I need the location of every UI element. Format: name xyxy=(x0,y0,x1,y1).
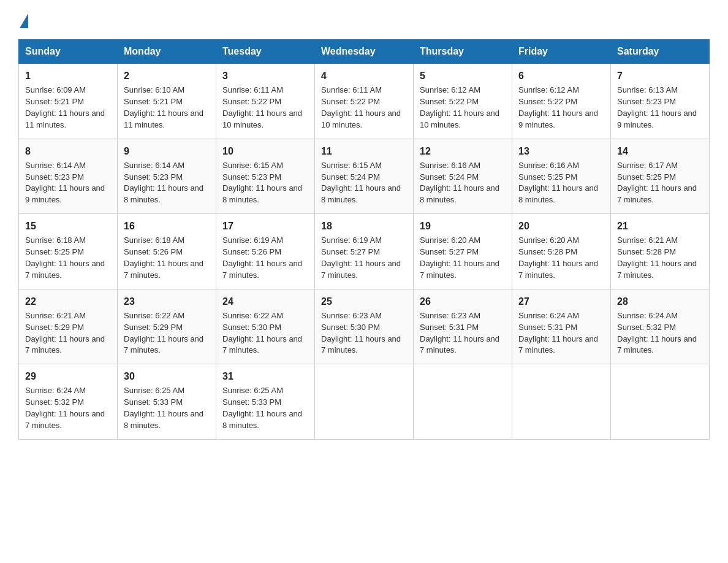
day-number: 19 xyxy=(420,219,506,233)
page-header xyxy=(18,12,710,28)
daylight-text: Daylight: 11 hours and 9 minutes. xyxy=(518,109,598,129)
day-number: 30 xyxy=(124,369,210,383)
day-number: 27 xyxy=(518,294,604,308)
sunset-text: Sunset: 5:22 PM xyxy=(222,97,281,106)
calendar-cell: 20Sunrise: 6:20 AMSunset: 5:28 PMDayligh… xyxy=(512,214,611,289)
calendar-cell: 15Sunrise: 6:18 AMSunset: 5:25 PMDayligh… xyxy=(19,214,118,289)
day-number: 3 xyxy=(222,69,308,83)
calendar-cell: 21Sunrise: 6:21 AMSunset: 5:28 PMDayligh… xyxy=(611,214,710,289)
day-number: 28 xyxy=(617,294,703,308)
calendar-cell: 5Sunrise: 6:12 AMSunset: 5:22 PMDaylight… xyxy=(414,64,512,139)
day-number: 5 xyxy=(420,69,506,83)
day-number: 18 xyxy=(321,219,407,233)
daylight-text: Daylight: 11 hours and 7 minutes. xyxy=(518,259,598,280)
sunrise-text: Sunrise: 6:20 AM xyxy=(420,236,480,245)
day-number: 20 xyxy=(518,219,604,233)
calendar-cell: 23Sunrise: 6:22 AMSunset: 5:29 PMDayligh… xyxy=(118,289,216,364)
daylight-text: Daylight: 11 hours and 7 minutes. xyxy=(518,334,598,355)
sunset-text: Sunset: 5:23 PM xyxy=(222,172,281,182)
day-number: 13 xyxy=(518,144,604,158)
sunrise-text: Sunrise: 6:15 AM xyxy=(321,161,382,170)
calendar-cell: 19Sunrise: 6:20 AMSunset: 5:27 PMDayligh… xyxy=(414,214,512,289)
sunset-text: Sunset: 5:22 PM xyxy=(321,97,380,106)
weekday-header-thursday: Thursday xyxy=(414,40,512,64)
week-row-5: 29Sunrise: 6:24 AMSunset: 5:32 PMDayligh… xyxy=(19,364,710,440)
calendar-cell: 30Sunrise: 6:25 AMSunset: 5:33 PMDayligh… xyxy=(118,364,216,440)
daylight-text: Daylight: 11 hours and 7 minutes. xyxy=(617,259,697,280)
calendar-cell: 29Sunrise: 6:24 AMSunset: 5:32 PMDayligh… xyxy=(19,364,118,440)
daylight-text: Daylight: 11 hours and 8 minutes. xyxy=(222,183,302,204)
day-number: 29 xyxy=(25,369,111,383)
calendar-cell: 28Sunrise: 6:24 AMSunset: 5:32 PMDayligh… xyxy=(611,289,710,364)
sunrise-text: Sunrise: 6:14 AM xyxy=(124,161,184,170)
day-number: 7 xyxy=(617,69,703,83)
daylight-text: Daylight: 11 hours and 7 minutes. xyxy=(25,409,105,430)
sunrise-text: Sunrise: 6:24 AM xyxy=(25,386,86,395)
daylight-text: Daylight: 11 hours and 7 minutes. xyxy=(420,259,499,280)
day-number: 21 xyxy=(617,219,703,233)
sunrise-text: Sunrise: 6:23 AM xyxy=(420,311,480,320)
calendar-cell: 26Sunrise: 6:23 AMSunset: 5:31 PMDayligh… xyxy=(414,289,512,364)
sunrise-text: Sunrise: 6:13 AM xyxy=(617,85,678,94)
day-number: 4 xyxy=(321,69,407,83)
calendar-cell: 11Sunrise: 6:15 AMSunset: 5:24 PMDayligh… xyxy=(315,139,414,214)
daylight-text: Daylight: 11 hours and 7 minutes. xyxy=(222,334,302,355)
daylight-text: Daylight: 11 hours and 9 minutes. xyxy=(617,109,697,129)
daylight-text: Daylight: 11 hours and 7 minutes. xyxy=(124,334,203,355)
sunrise-text: Sunrise: 6:23 AM xyxy=(321,311,382,320)
sunset-text: Sunset: 5:23 PM xyxy=(617,97,676,106)
calendar-cell: 22Sunrise: 6:21 AMSunset: 5:29 PMDayligh… xyxy=(19,289,118,364)
week-row-2: 8Sunrise: 6:14 AMSunset: 5:23 PMDaylight… xyxy=(19,139,710,214)
day-number: 8 xyxy=(25,144,111,158)
sunset-text: Sunset: 5:23 PM xyxy=(25,172,84,182)
day-number: 6 xyxy=(518,69,604,83)
sunrise-text: Sunrise: 6:16 AM xyxy=(518,161,579,170)
week-row-4: 22Sunrise: 6:21 AMSunset: 5:29 PMDayligh… xyxy=(19,289,710,364)
calendar-cell: 8Sunrise: 6:14 AMSunset: 5:23 PMDaylight… xyxy=(19,139,118,214)
weekday-header-monday: Monday xyxy=(118,40,216,64)
calendar-cell: 17Sunrise: 6:19 AMSunset: 5:26 PMDayligh… xyxy=(216,214,315,289)
daylight-text: Daylight: 11 hours and 8 minutes. xyxy=(321,183,401,204)
sunrise-text: Sunrise: 6:19 AM xyxy=(321,236,382,245)
sunset-text: Sunset: 5:27 PM xyxy=(420,247,479,256)
day-number: 26 xyxy=(420,294,506,308)
sunset-text: Sunset: 5:31 PM xyxy=(518,323,577,332)
calendar-cell: 31Sunrise: 6:25 AMSunset: 5:33 PMDayligh… xyxy=(216,364,315,440)
sunrise-text: Sunrise: 6:22 AM xyxy=(222,311,283,320)
daylight-text: Daylight: 11 hours and 7 minutes. xyxy=(321,334,401,355)
calendar-cell xyxy=(315,364,414,440)
sunset-text: Sunset: 5:30 PM xyxy=(222,323,281,332)
day-number: 1 xyxy=(25,69,111,83)
sunset-text: Sunset: 5:33 PM xyxy=(124,397,183,407)
day-number: 22 xyxy=(25,294,111,308)
week-row-3: 15Sunrise: 6:18 AMSunset: 5:25 PMDayligh… xyxy=(19,214,710,289)
sunrise-text: Sunrise: 6:15 AM xyxy=(222,161,283,170)
weekday-header-tuesday: Tuesday xyxy=(216,40,315,64)
sunrise-text: Sunrise: 6:12 AM xyxy=(420,85,480,94)
calendar-cell: 1Sunrise: 6:09 AMSunset: 5:21 PMDaylight… xyxy=(19,64,118,139)
daylight-text: Daylight: 11 hours and 10 minutes. xyxy=(222,109,302,129)
sunrise-text: Sunrise: 6:25 AM xyxy=(222,386,283,395)
daylight-text: Daylight: 11 hours and 7 minutes. xyxy=(222,259,302,280)
daylight-text: Daylight: 11 hours and 8 minutes. xyxy=(420,183,499,204)
sunset-text: Sunset: 5:25 PM xyxy=(617,172,676,182)
calendar-cell xyxy=(611,364,710,440)
sunrise-text: Sunrise: 6:09 AM xyxy=(25,85,86,94)
sunset-text: Sunset: 5:32 PM xyxy=(617,323,676,332)
logo-triangle-icon xyxy=(20,13,28,28)
sunrise-text: Sunrise: 6:12 AM xyxy=(518,85,579,94)
calendar-cell: 25Sunrise: 6:23 AMSunset: 5:30 PMDayligh… xyxy=(315,289,414,364)
sunset-text: Sunset: 5:28 PM xyxy=(617,247,676,256)
logo xyxy=(18,12,28,28)
sunset-text: Sunset: 5:27 PM xyxy=(321,247,380,256)
calendar-cell: 24Sunrise: 6:22 AMSunset: 5:30 PMDayligh… xyxy=(216,289,315,364)
day-number: 23 xyxy=(124,294,210,308)
sunset-text: Sunset: 5:22 PM xyxy=(518,97,577,106)
daylight-text: Daylight: 11 hours and 7 minutes. xyxy=(617,183,697,204)
sunset-text: Sunset: 5:25 PM xyxy=(25,247,84,256)
sunset-text: Sunset: 5:30 PM xyxy=(321,323,380,332)
calendar-cell: 14Sunrise: 6:17 AMSunset: 5:25 PMDayligh… xyxy=(611,139,710,214)
sunrise-text: Sunrise: 6:14 AM xyxy=(25,161,86,170)
day-number: 2 xyxy=(124,69,210,83)
weekday-header-sunday: Sunday xyxy=(19,40,118,64)
